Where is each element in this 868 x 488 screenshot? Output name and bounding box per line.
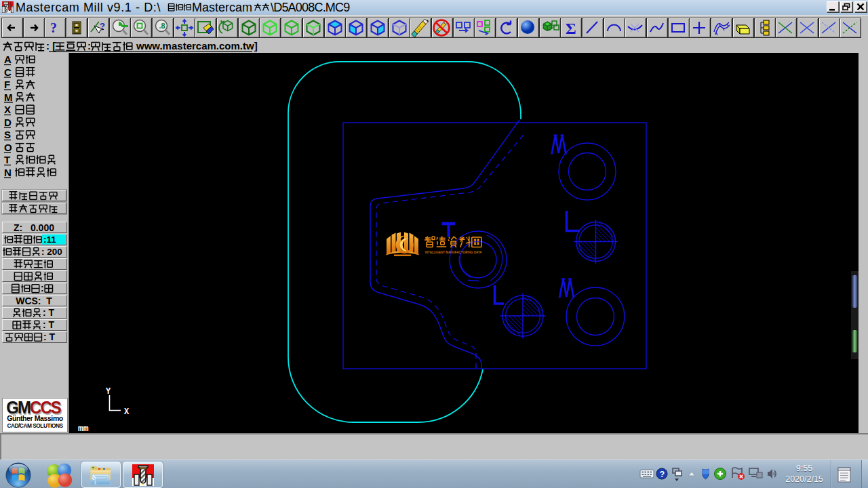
svg-text:Σ: Σ (566, 20, 576, 37)
svg-text:: [: : [ (46, 40, 56, 52)
svg-text:T: T (4, 154, 10, 165)
svg-text::: : (41, 283, 44, 293)
svg-text:D: D (4, 117, 12, 128)
svg-text:A: A (4, 54, 12, 65)
svg-text::11: :11 (43, 235, 56, 245)
svg-text:mm: mm (78, 424, 89, 433)
svg-text:: 200: : 200 (41, 247, 62, 257)
svg-text:: T: : T (43, 331, 56, 342)
svg-text:: T: : T (43, 319, 55, 330)
svg-text:: T: : T (43, 307, 55, 318)
svg-text:C: C (4, 66, 12, 78)
svg-text:M: M (4, 92, 13, 103)
svg-text:N: N (4, 167, 12, 178)
svg-text:\D5A008C.MC9: \D5A008C.MC9 (271, 1, 350, 14)
svg-text:Mastercam Mill v9.1 - D:\: Mastercam Mill v9.1 - D:\ (16, 1, 161, 14)
svg-text:INTELLIGENT MANUFACTURING DATA: INTELLIGENT MANUFACTURING DATA (425, 251, 483, 254)
svg-text:Z: 0.000: Z: 0.000 (14, 222, 54, 233)
svg-text:.8: .8 (159, 22, 165, 30)
svg-text::: : (87, 40, 91, 52)
svg-text:F: F (4, 79, 10, 90)
svg-text:Y: Y (106, 387, 111, 396)
svg-text:S: S (4, 129, 11, 140)
svg-text:O: O (4, 142, 12, 153)
svg-text:X: X (4, 104, 11, 115)
svg-text:Mastercam: Mastercam (192, 1, 252, 14)
svg-text:X: X (124, 407, 130, 417)
svg-text:?: ? (50, 20, 57, 35)
svg-text:?: ? (100, 21, 105, 31)
svg-text:?: ? (660, 470, 665, 479)
svg-text:www.mastercam.com.tw]: www.mastercam.com.tw] (136, 40, 258, 52)
svg-text:WCS: T: WCS: T (16, 296, 52, 306)
